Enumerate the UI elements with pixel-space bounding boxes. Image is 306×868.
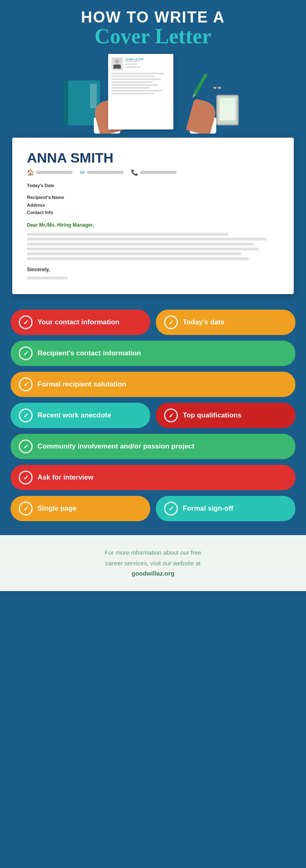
check-icon-recent-work (19, 408, 33, 422)
letter-date: Today's Date (27, 183, 279, 188)
checklist-row-1: Your contact information Today's date (11, 310, 295, 335)
checklist-single-page: Single page (11, 496, 150, 521)
label-ask-interview: Ask for interview (38, 473, 93, 482)
label-recent-work: Recent work anecdote (38, 411, 111, 419)
header: HOW TO WRITE A Cover Letter (0, 0, 306, 48)
letter-recipient: Recipient's Name Address Contact Info (27, 194, 279, 216)
checklist-row-5: Community involvement and/or passion pro… (11, 434, 295, 459)
label-top-quals: Top qualifications (183, 411, 242, 419)
email-icon: ✉ (80, 169, 85, 176)
check-icon-your-contact (19, 315, 33, 329)
letter-signature-line (27, 277, 68, 279)
phone-line (140, 171, 177, 174)
checklist-section: Your contact information Today's date Re… (0, 302, 306, 531)
check-icon-formal-signoff (164, 502, 178, 515)
home-line (36, 171, 73, 174)
checklist-your-contact: Your contact information (11, 310, 150, 335)
checklist-recipient-contact: Recipient's contact information (11, 341, 295, 366)
check-icon-todays-date (164, 315, 178, 329)
label-your-contact: Your contact information (38, 318, 120, 326)
check-icon-recipient-contact (19, 346, 33, 360)
check-icon-top-quals (164, 408, 178, 422)
label-single-page: Single page (38, 504, 76, 513)
illustration: COVER LETTER (0, 48, 306, 134)
home-icon: 🏠 (27, 169, 34, 176)
footer: For more information about our free care… (0, 535, 306, 591)
checklist-community: Community involvement and/or passion pro… (11, 434, 295, 459)
footer-line1: For more information about our free (105, 549, 202, 556)
tablet-illustration (216, 95, 239, 125)
checklist-row-4: Recent work anecdote Top qualifications (11, 403, 295, 428)
pen-illustration (193, 73, 208, 96)
glasses-illustration: 👓 (212, 83, 222, 93)
contact-home: 🏠 (27, 169, 73, 176)
checklist-recent-work: Recent work anecdote (11, 403, 150, 428)
checklist-formal-salutation: Formal recipient salutation (11, 372, 295, 397)
checklist-row-7: Single page Formal sign-off (11, 496, 295, 521)
checklist-row-2: Recipient's contact information (11, 341, 295, 366)
header-title-line1: HOW TO WRITE A (8, 9, 298, 26)
paper-avatar (111, 57, 123, 70)
letter-body (27, 233, 279, 260)
checklist-todays-date: Today's date (156, 310, 295, 335)
letter-section: ANNA SMITH 🏠 ✉ 📞 Today's Date Recipient'… (0, 134, 306, 302)
footer-text: For more information about our free care… (24, 547, 282, 579)
phone-icon: 📞 (131, 169, 138, 176)
check-icon-community (19, 440, 33, 453)
label-todays-date: Today's date (183, 318, 224, 326)
label-community: Community involvement and/or passion pro… (38, 442, 194, 451)
check-icon-ask-interview (19, 471, 33, 484)
letter-document: ANNA SMITH 🏠 ✉ 📞 Today's Date Recipient'… (12, 138, 294, 294)
header-title-line2: Cover Letter (8, 25, 298, 48)
email-line (87, 171, 124, 174)
contact-phone: 📞 (131, 169, 177, 176)
contact-row: 🏠 ✉ 📞 (27, 169, 279, 176)
cover-letter-paper: COVER LETTER (108, 54, 173, 129)
label-recipient-contact: Recipient's contact information (38, 349, 141, 357)
letter-name: ANNA SMITH (27, 150, 279, 166)
checklist-formal-signoff: Formal sign-off (156, 496, 295, 521)
checklist-ask-interview: Ask for interview (11, 465, 295, 490)
footer-url: goodwillaz.org (132, 570, 175, 577)
letter-closing: Sincerely, (27, 267, 279, 272)
paper-lines (111, 73, 170, 94)
letter-salutation: Dear Mr./Ms. Hiring Manager, (27, 222, 279, 228)
checklist-row-3: Formal recipient salutation (11, 372, 295, 397)
checklist-row-6: Ask for interview (11, 465, 295, 490)
footer-line2: career services, visit our website at (105, 560, 200, 567)
contact-email: ✉ (80, 169, 124, 176)
label-formal-signoff: Formal sign-off (183, 504, 233, 513)
checklist-top-quals: Top qualifications (156, 403, 295, 428)
check-icon-formal-salutation (19, 377, 33, 391)
label-formal-salutation: Formal recipient salutation (38, 380, 126, 388)
check-icon-single-page (19, 502, 33, 515)
